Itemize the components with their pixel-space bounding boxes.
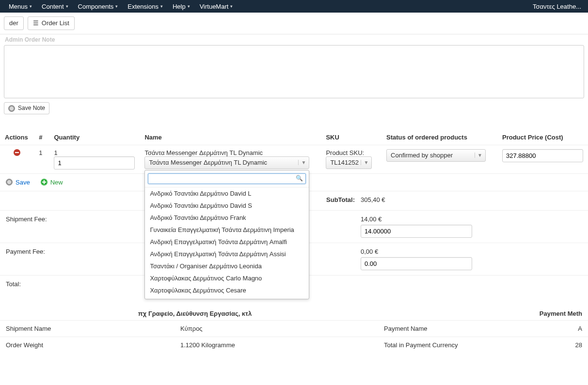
th-price: Product Price (Cost) <box>497 130 588 145</box>
payment-name-label: Payment Name <box>378 320 562 337</box>
save-link[interactable]: Save <box>6 179 30 186</box>
status-select[interactable]: Confirmed by shopper ▼ <box>386 149 486 162</box>
total-currency-value: 28 <box>562 337 588 353</box>
caret-icon: ▾ <box>115 4 118 9</box>
order-weight-value: 1.1200 Kilogramme <box>175 337 378 353</box>
bottom-info-table: Shipment Name Κύπρος Payment Name Α Orde… <box>0 320 588 353</box>
chevron-down-icon: ▼ <box>298 160 306 165</box>
quantity-input[interactable] <box>54 156 135 169</box>
nav-help[interactable]: Help▾ <box>168 0 195 13</box>
nav-components[interactable]: Components▾ <box>73 0 123 13</box>
nav-menus[interactable]: Menus▾ <box>4 0 37 13</box>
shipment-name-label: Shipment Name <box>0 320 175 337</box>
dropdown-option[interactable]: Χαρτοφύλακας Δερμάτινος Carlo Magno <box>145 272 309 284</box>
caret-icon: ▾ <box>188 4 190 9</box>
plus-icon <box>41 179 48 185</box>
nav-label: Components <box>78 3 114 10</box>
th-hash: # <box>34 130 49 145</box>
dropdown-search-input[interactable] <box>148 173 306 184</box>
nav-content[interactable]: Content▾ <box>37 0 73 13</box>
total-currency-label: Total in Payment Currency <box>378 337 562 353</box>
dropdown-option[interactable]: Ανδρική Επαγγελματική Τσάντα Δερμάτινη A… <box>145 236 309 248</box>
payment-method-heading: Payment Meth <box>384 310 582 317</box>
order-list-button[interactable]: ☰ Order List <box>28 16 75 30</box>
nav-label: Content <box>42 3 64 10</box>
nav-label: Menus <box>9 3 28 10</box>
admin-order-note-textarea[interactable] <box>4 45 584 98</box>
select-value: Τσάντα Messenger Δερμάτινη TL Dynamic <box>149 159 267 166</box>
product-price-input[interactable] <box>502 149 583 162</box>
list-icon: ☰ <box>33 19 39 28</box>
caret-icon: ▾ <box>160 4 163 9</box>
total-label: Total: <box>6 280 21 288</box>
chevron-down-icon: ▼ <box>475 153 482 158</box>
order-items-table: Actions # Quantity Name SKU Status of or… <box>0 130 588 174</box>
payment-name-value: Α <box>562 320 588 337</box>
qty-text: 1 <box>54 149 135 156</box>
shipment-fee-input[interactable] <box>361 225 472 238</box>
th-quantity: Quantity <box>49 130 140 145</box>
product-dropdown-panel: 🔍 Ανδρικό Τσαντάκι Δερμάτινο David L Ανδ… <box>144 170 309 299</box>
bottom-headings: πχ Γραφείο, Διεύθυνση Εργασίας, κτλ Paym… <box>0 307 588 320</box>
shipment-fee-text: 14,00 € <box>361 216 472 225</box>
sku-label: Product SKU: <box>326 149 377 156</box>
th-sku: SKU <box>321 130 381 145</box>
table-row: 1 1 Τσάντα Messenger Δερμάτινη TL Dynami… <box>0 145 588 173</box>
dropdown-option[interactable]: Ανδρικό Τσαντάκι Δερμάτινο Frank <box>145 212 309 224</box>
th-name: Name <box>140 130 321 145</box>
nav-virtuemart[interactable]: VirtueMart▾ <box>195 0 238 13</box>
caret-icon: ▾ <box>66 4 68 9</box>
select-value: Confirmed by shopper <box>391 152 453 159</box>
save-icon <box>8 105 15 112</box>
nav-extensions[interactable]: Extensions▾ <box>123 0 168 13</box>
toolbar: der ☰ Order List <box>0 13 588 34</box>
shipping-address-heading: πχ Γραφείο, Διεύθυνση Εργασίας, κτλ <box>6 310 384 317</box>
dropdown-option[interactable]: Χαρτοφύλακας Δερμάτινος Cesare <box>145 284 309 296</box>
product-name-text: Τσάντα Messenger Δερμάτινη TL Dynamic <box>144 149 316 156</box>
payment-fee-input[interactable] <box>361 257 472 270</box>
site-name[interactable]: Τσαντες Leathe... <box>533 3 584 10</box>
dropdown-option[interactable]: Γυναικεία Επαγγελματική Τσάντα Δερμάτινη… <box>145 224 309 236</box>
dropdown-option[interactable]: Ανδρικό Τσαντάκι Δερμάτινο David S <box>145 200 309 212</box>
top-navbar: Menus▾ Content▾ Components▾ Extensions▾ … <box>0 0 588 13</box>
dropdown-option[interactable]: Ανδρικό Τσαντάκι Δερμάτινο David L <box>145 187 309 200</box>
admin-order-note-title: Admin Order Note <box>0 33 588 43</box>
new-link[interactable]: New <box>41 179 63 186</box>
remove-icon[interactable] <box>14 149 20 156</box>
nav-label: VirtueMart <box>200 3 229 10</box>
row-index: 1 <box>34 145 49 173</box>
save-note-button[interactable]: Save Note <box>4 102 49 114</box>
dropdown-list[interactable]: Ανδρικό Τσαντάκι Δερμάτινο David L Ανδρι… <box>145 187 309 299</box>
dropdown-option[interactable]: Τσαντάκι / Organiser Δερμάτινο Leonida <box>145 260 309 272</box>
nav-label: Help <box>173 3 186 10</box>
order-button[interactable]: der <box>4 16 24 30</box>
sku-select[interactable]: TL141252 ▼ <box>326 156 372 169</box>
table-row: Shipment Name Κύπρος Payment Name Α <box>0 320 588 337</box>
table-row: Order Weight 1.1200 Kilogramme Total in … <box>0 337 588 353</box>
caret-icon: ▾ <box>230 4 233 9</box>
nav-label: Extensions <box>127 3 159 10</box>
shipment-name-value: Κύπρος <box>175 320 378 337</box>
payment-fee-text: 0,00 € <box>361 248 472 257</box>
select-value: TL141252 <box>330 159 359 166</box>
caret-icon: ▾ <box>30 4 32 9</box>
th-actions: Actions <box>0 130 34 145</box>
dropdown-option[interactable]: Ανδρική Επαγγελματική Τσάντα Δερμάτινη A… <box>145 248 309 260</box>
product-name-select[interactable]: Τσάντα Messenger Δερμάτινη TL Dynamic ▼ <box>144 156 309 169</box>
order-weight-label: Order Weight <box>0 337 175 353</box>
subtotal-value: 305,40 € <box>361 196 472 205</box>
chevron-down-icon: ▼ <box>361 160 368 165</box>
dropdown-option[interactable]: Τσάντα Laptop Δερμάτινη Milano <box>145 296 309 299</box>
th-status: Status of ordered products <box>381 130 497 145</box>
save-icon <box>6 179 13 185</box>
